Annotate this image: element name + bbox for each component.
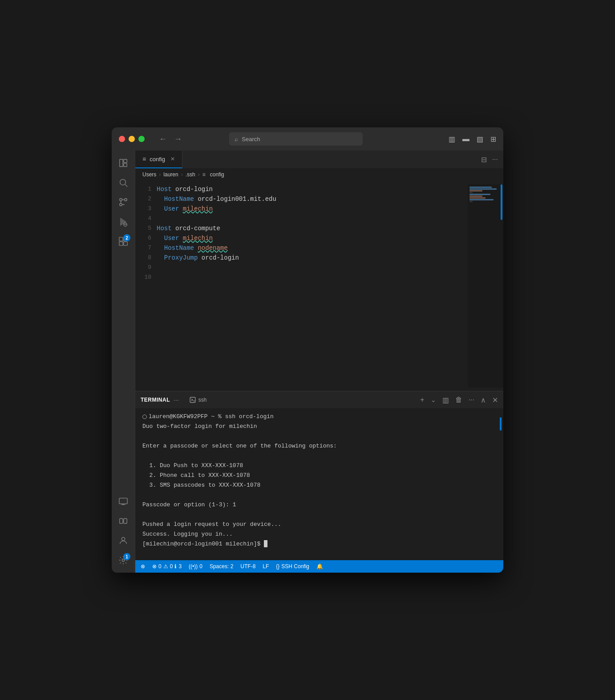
extensions-badge: 2 (123, 234, 130, 241)
code-line-8: ProxyJump orcd-login (157, 253, 464, 263)
sidebar-item-run-debug[interactable] (114, 213, 132, 231)
more-actions-icon[interactable]: ··· (492, 155, 498, 163)
terminal-tab-label: ssh (198, 397, 207, 403)
code-line-7: HostName nodename (157, 243, 464, 253)
info-icon: ℹ (174, 563, 177, 570)
terminal-line-14: [milechin@orcd-login001 milechin]$ (142, 539, 496, 549)
status-spaces[interactable]: Spaces: 2 (210, 563, 233, 570)
svg-rect-2 (124, 163, 127, 167)
sidebar-item-explorer[interactable] (114, 154, 132, 172)
titlebar-right-icons: ▥ ▬ ▧ ⊞ (449, 135, 496, 143)
svg-rect-18 (120, 519, 123, 524)
warning-icon: ⚠ (163, 563, 168, 570)
split-editor-icon[interactable]: ⊟ (481, 155, 487, 164)
terminal-scrollbar[interactable] (500, 417, 502, 431)
terminal-more-button[interactable]: ··· (174, 396, 179, 403)
code-line-3: User milechin (157, 204, 464, 214)
terminal-tab-ssh[interactable]: ssh (190, 397, 207, 403)
code-line-9 (157, 263, 464, 273)
sidebar-item-tunnel[interactable] (114, 512, 132, 530)
tab-close-button[interactable]: ✕ (170, 156, 175, 162)
status-remote[interactable]: ⊗ (141, 563, 145, 570)
sidebar-item-remote-explorer[interactable] (114, 492, 132, 510)
remote-icon: ⊗ (141, 563, 145, 570)
status-line-ending[interactable]: LF (263, 563, 269, 570)
forward-button[interactable]: → (172, 134, 184, 145)
nav-buttons: ← → (157, 134, 184, 145)
panel-bottom-icon[interactable]: ▬ (462, 135, 469, 143)
svg-point-7 (120, 203, 122, 206)
status-bar: ⊗ ⊗ 0 ⚠ 0 ℹ 3 ((•)) 0 Spaces: 2 (135, 560, 503, 573)
settings-badge: 1 (123, 553, 130, 560)
terminal-line-9 (142, 490, 496, 500)
new-terminal-button[interactable]: + (420, 396, 424, 404)
search-placeholder: Search (242, 136, 260, 142)
traffic-lights (119, 136, 145, 142)
sidebar-item-settings[interactable]: 1 (114, 551, 132, 569)
panel-right-icon[interactable]: ▧ (477, 135, 483, 143)
status-errors[interactable]: ⊗ 0 ⚠ 0 ℹ 3 (152, 563, 182, 570)
split-terminal-button[interactable]: ⌄ (431, 396, 436, 403)
svg-line-4 (125, 184, 127, 187)
svg-rect-0 (120, 159, 123, 167)
terminal-body[interactable]: lauren@KGKFW92PFP ~ % ssh orcd-login Duo… (135, 408, 503, 560)
svg-rect-13 (119, 242, 123, 245)
sidebar-item-search[interactable] (114, 174, 132, 191)
terminal-line-7: 2. Phone call to XXX-XXX-1078 (142, 471, 496, 480)
code-line-5: Host orcd-compute (157, 224, 464, 233)
language-braces: {} (276, 563, 279, 570)
status-notifications[interactable]: 🔔 (316, 563, 323, 570)
main-area: 2 (112, 151, 503, 573)
spaces-label: Spaces: 2 (210, 563, 233, 570)
minimap-scrollbar[interactable] (501, 184, 502, 220)
search-bar[interactable]: ⌕ Search (229, 132, 363, 146)
svg-rect-19 (124, 519, 127, 524)
terminal-line-1: lauren@KGKFW92PFP ~ % ssh orcd-login (142, 412, 496, 422)
tab-title: config (150, 156, 165, 163)
terminal-collapse-button[interactable]: ∧ (481, 396, 486, 404)
sidebar-item-account[interactable] (114, 532, 132, 549)
language-label: SSH Config (281, 563, 309, 570)
code-content[interactable]: Host orcd-login HostName orcd-login001.m… (157, 184, 468, 387)
terminal-more-button2[interactable]: ··· (469, 396, 474, 404)
svg-point-6 (125, 199, 127, 201)
terminal-line-2: Duo two-factor login for milechin (142, 422, 496, 431)
radio-icon: ((•)) (189, 563, 198, 570)
terminal-layout-button[interactable]: ▥ (442, 396, 449, 404)
editor-tab-config[interactable]: ≡ config ✕ (135, 151, 182, 168)
minimize-button[interactable] (129, 136, 135, 142)
terminal-close-button[interactable]: ✕ (492, 396, 498, 404)
breadcrumb-ssh[interactable]: .ssh (186, 171, 195, 178)
breadcrumb-users[interactable]: Users (142, 171, 156, 178)
titlebar: ← → ⌕ Search ▥ ▬ ▧ ⊞ (112, 127, 503, 151)
search-icon: ⌕ (235, 136, 238, 142)
status-encoding[interactable]: UTF-8 (240, 563, 255, 570)
breadcrumb-file-icon: ≡ (202, 171, 206, 178)
terminal-icon (190, 397, 196, 403)
maximize-button[interactable] (138, 136, 145, 142)
sidebar-item-source-control[interactable] (114, 193, 132, 211)
terminal-line-10: Passcode or option (1-3): 1 (142, 500, 496, 510)
line-ending-label: LF (263, 563, 269, 570)
status-radio[interactable]: ((•)) 0 (189, 563, 202, 570)
vscode-window: ← → ⌕ Search ▥ ▬ ▧ ⊞ (112, 127, 503, 573)
svg-point-3 (120, 179, 126, 185)
terminal-actions: + ⌄ ▥ 🗑 ··· ∧ ✕ (420, 396, 498, 404)
line-numbers: 1 2 3 4 5 6 7 8 9 10 (135, 184, 157, 387)
layout-icon[interactable]: ⊞ (490, 135, 496, 143)
breadcrumb-lauren[interactable]: lauren (163, 171, 178, 178)
terminal-line-5 (142, 451, 496, 461)
sidebar-item-extensions[interactable]: 2 (114, 232, 132, 250)
terminal-panel: TERMINAL ··· ssh + ⌄ ▥ 🗑 (135, 391, 503, 560)
terminal-trash-button[interactable]: 🗑 (455, 396, 462, 404)
status-language[interactable]: {} SSH Config (276, 563, 309, 570)
info-count: 3 (178, 563, 182, 570)
code-editor: 1 2 3 4 5 6 7 8 9 10 Host orcd-login Hos… (135, 181, 503, 391)
radio-count: 0 (199, 563, 202, 570)
close-button[interactable] (119, 136, 125, 142)
back-button[interactable]: ← (157, 134, 169, 145)
breadcrumb-config[interactable]: config (210, 171, 224, 178)
terminal-header: TERMINAL ··· ssh + ⌄ ▥ 🗑 (135, 391, 503, 408)
svg-point-21 (121, 537, 125, 541)
panel-left-icon[interactable]: ▥ (449, 135, 455, 143)
